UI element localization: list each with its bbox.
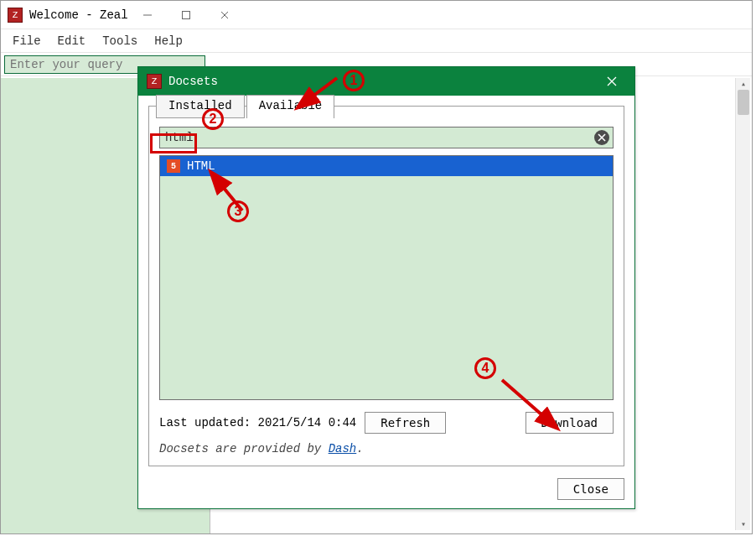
dialog-titlebar: Z Docsets xyxy=(138,67,634,96)
main-window: Z Welcome - Zeal File Edit Tools Help ▴ … xyxy=(0,0,753,534)
footnote-text: Docsets are provided by xyxy=(159,442,329,455)
dialog-footer: Close xyxy=(148,478,624,500)
scroll-thumb[interactable] xyxy=(738,90,749,115)
close-dialog-button[interactable]: Close xyxy=(557,478,624,500)
refresh-button[interactable]: Refresh xyxy=(365,412,446,434)
app-icon: Z xyxy=(8,8,23,23)
main-titlebar: Z Welcome - Zeal xyxy=(1,1,752,29)
close-button[interactable] xyxy=(205,3,244,28)
tab-available[interactable]: Available xyxy=(246,95,335,118)
list-item-label: HTML xyxy=(187,159,215,173)
menu-help[interactable]: Help xyxy=(148,33,189,49)
docset-filter-input[interactable]: html xyxy=(159,127,614,148)
tab-installed[interactable]: Installed xyxy=(156,95,245,118)
list-item[interactable]: 5 HTML xyxy=(160,156,613,176)
html5-icon: 5 xyxy=(167,159,180,173)
scroll-down-icon[interactable]: ▾ xyxy=(736,518,751,530)
dialog-title: Docsets xyxy=(168,75,594,88)
scroll-up-icon[interactable]: ▴ xyxy=(736,78,751,90)
dialog-close-button[interactable] xyxy=(594,70,629,93)
maximize-button[interactable] xyxy=(167,3,205,28)
last-updated-text: Last updated: 2021/5/14 0:44 xyxy=(159,416,356,429)
vertical-scrollbar[interactable]: ▴ ▾ xyxy=(735,78,750,530)
tabs: Installed Available xyxy=(156,95,614,118)
clear-icon[interactable] xyxy=(594,130,609,145)
minimize-button[interactable] xyxy=(128,3,167,28)
docsets-dialog: Z Docsets Installed Available html xyxy=(137,66,635,509)
dash-link[interactable]: Dash xyxy=(329,442,357,455)
menu-bar: File Edit Tools Help xyxy=(1,29,752,53)
app-icon: Z xyxy=(147,74,162,89)
window-title: Welcome - Zeal xyxy=(29,8,128,22)
menu-edit[interactable]: Edit xyxy=(51,33,93,49)
svg-rect-1 xyxy=(182,11,189,18)
dialog-body: Installed Available html 5 HTML Last upd… xyxy=(148,106,624,466)
menu-tools[interactable]: Tools xyxy=(96,33,144,49)
footnote-period: . xyxy=(356,442,363,455)
menu-file[interactable]: File xyxy=(6,33,48,49)
status-row: Last updated: 2021/5/14 0:44 Refresh Dow… xyxy=(159,412,614,434)
docset-result-list[interactable]: 5 HTML xyxy=(159,155,614,400)
download-button[interactable]: Download xyxy=(526,412,614,434)
footnote: Docsets are provided by Dash. xyxy=(159,442,614,455)
docset-filter-value: html xyxy=(165,131,594,144)
